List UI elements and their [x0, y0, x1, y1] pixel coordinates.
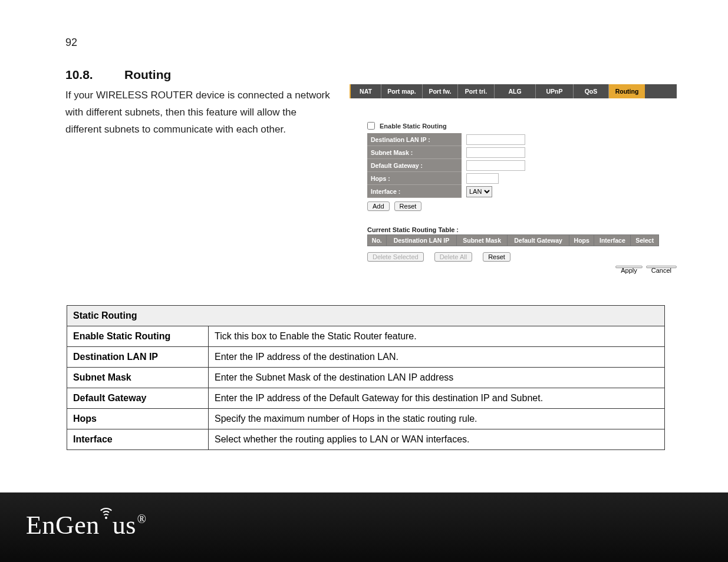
apply-button[interactable]: Apply [615, 266, 643, 268]
th-no: No. [368, 235, 387, 246]
page-number: 92 [65, 37, 77, 49]
select-interface[interactable]: LAN [466, 186, 492, 197]
intro-paragraph: If your WIRELESS ROUTER device is connec… [65, 87, 332, 138]
def-desc: Enter the Subnet Mask of the destination… [209, 368, 665, 388]
registered-mark: ® [137, 513, 147, 526]
tab-alg[interactable]: ALG [495, 84, 536, 98]
tab-routing[interactable]: Routing [609, 84, 645, 98]
routing-table: No. Destination LAN IP Subnet Mask Defau… [367, 234, 659, 246]
page-footer: EnGenus® [0, 492, 728, 562]
section-title: Routing [124, 68, 171, 81]
th-interface: Interface [594, 235, 631, 246]
delete-all-button[interactable]: Delete All [434, 252, 472, 262]
label-dest-lan-ip: Destination LAN IP : [367, 133, 462, 146]
enable-static-routing-checkbox[interactable] [367, 122, 375, 130]
tab-nat[interactable]: NAT [351, 84, 381, 98]
def-label: Subnet Mask [67, 368, 209, 388]
table-row: Enable Static RoutingTick this box to En… [67, 326, 665, 347]
brand-text-2: us [113, 510, 136, 540]
section-number: 10.8. [65, 68, 124, 82]
delete-selected-button[interactable]: Delete Selected [367, 252, 424, 262]
input-hops[interactable] [466, 173, 499, 184]
def-label: Interface [67, 429, 209, 450]
def-desc: Tick this box to Enable the Static Route… [209, 326, 665, 347]
def-table-header: Static Routing [67, 306, 665, 326]
reset-button[interactable]: Reset [394, 201, 422, 211]
reset-table-button[interactable]: Reset [483, 252, 510, 262]
def-label: Destination LAN IP [67, 347, 209, 368]
label-interface: Interface : [367, 185, 462, 198]
router-config-screenshot: NAT Port map. Port fw. Port tri. ALG UPn… [350, 84, 677, 262]
tab-upnp[interactable]: UPnP [536, 84, 574, 98]
label-subnet-mask: Subnet Mask : [367, 146, 462, 159]
cancel-button[interactable]: Cancel [646, 266, 677, 268]
def-label: Hops [67, 409, 209, 429]
tab-port-map[interactable]: Port map. [381, 84, 423, 98]
table-row: InterfaceSelect whether the routing appl… [67, 429, 665, 450]
table-row: Default GatewayEnter the IP address of t… [67, 388, 665, 409]
table-row: Subnet MaskEnter the Subnet Mask of the … [67, 368, 665, 388]
tab-qos[interactable]: QoS [574, 84, 609, 98]
wifi-icon [98, 508, 114, 528]
enable-static-routing-label: Enable Static Routing [380, 123, 447, 130]
table-row: Destination LAN IPEnter the IP address o… [67, 347, 665, 368]
router-form: Enable Static Routing Destination LAN IP… [367, 122, 677, 262]
table-row: HopsSpecify the maximum number of Hops i… [67, 409, 665, 429]
tab-port-tri[interactable]: Port tri. [458, 84, 495, 98]
def-label: Default Gateway [67, 388, 209, 409]
input-subnet-mask[interactable] [466, 147, 525, 158]
def-desc: Enter the IP address of the destination … [209, 347, 665, 368]
th-subnet-mask: Subnet Mask [457, 235, 508, 246]
def-desc: Specify the maximum number of Hops in th… [209, 409, 665, 429]
th-default-gateway: Default Gateway [508, 235, 569, 246]
input-dest-lan-ip[interactable] [466, 134, 525, 145]
add-button[interactable]: Add [367, 201, 390, 211]
input-default-gateway[interactable] [466, 160, 525, 171]
label-hops: Hops : [367, 172, 462, 185]
tab-port-fw[interactable]: Port fw. [423, 84, 458, 98]
th-dest-lan-ip: Destination LAN IP [386, 235, 457, 246]
section-heading: 10.8.Routing [65, 68, 171, 82]
def-desc: Select whether the routing applies to LA… [209, 429, 665, 450]
brand-text-1: EnGen [26, 510, 100, 540]
definition-table: Static Routing Enable Static RoutingTick… [67, 305, 665, 450]
router-tabrow: NAT Port map. Port fw. Port tri. ALG UPn… [350, 84, 677, 98]
label-default-gateway: Default Gateway : [367, 159, 462, 172]
routing-table-title: Current Static Routing Table : [367, 226, 677, 233]
th-hops: Hops [569, 235, 594, 246]
brand-logo: EnGenus® [26, 510, 147, 540]
th-select: Select [631, 235, 659, 246]
def-label: Enable Static Routing [67, 326, 209, 347]
def-desc: Enter the IP address of the Default Gate… [209, 388, 665, 409]
